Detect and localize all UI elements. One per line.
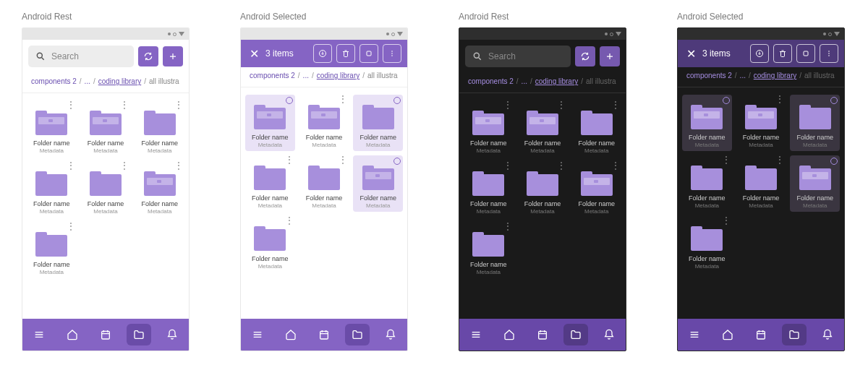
selection-indicator-icon[interactable] — [286, 97, 293, 104]
breadcrumb-item[interactable]: components 2 — [31, 77, 77, 85]
folder-tile[interactable]: ⋮ Folder name Metadata — [27, 100, 77, 157]
breadcrumb-item[interactable]: components 2 — [468, 77, 514, 85]
download-button[interactable] — [750, 44, 769, 63]
folder-tile[interactable]: Folder nameMetadata — [682, 95, 732, 151]
folder-tile[interactable]: ⋮ Folder name Metadata — [27, 222, 77, 278]
sync-button[interactable] — [138, 46, 158, 66]
add-button[interactable] — [163, 46, 183, 66]
breadcrumb-item[interactable]: coding library — [754, 72, 796, 80]
more-vert-icon[interactable]: ⋮ — [775, 157, 783, 163]
nav-calendar[interactable] — [93, 324, 118, 345]
add-button[interactable] — [600, 46, 620, 66]
more-vert-icon[interactable]: ⋮ — [722, 218, 729, 223]
more-vert-icon[interactable]: ⋮ — [503, 102, 511, 108]
folder-tile[interactable]: ⋮Folder nameMetadata — [518, 161, 568, 218]
breadcrumb-item[interactable]: coding library — [535, 77, 578, 85]
selection-indicator-icon[interactable] — [830, 97, 838, 104]
more-vert-icon[interactable]: ⋮ — [722, 157, 729, 163]
nav-files[interactable] — [127, 324, 151, 345]
nav-menu[interactable] — [27, 324, 51, 345]
nav-calendar[interactable] — [530, 324, 555, 345]
breadcrumb-item[interactable]: components 2 — [686, 72, 732, 80]
more-vert-icon[interactable]: ⋮ — [174, 163, 182, 168]
nav-calendar[interactable] — [749, 324, 773, 345]
breadcrumb-overflow[interactable]: ... — [85, 77, 90, 85]
more-vert-icon[interactable]: ⋮ — [557, 163, 564, 168]
folder-tile[interactable]: ⋮Folder nameMetadata — [518, 100, 568, 157]
nav-home[interactable] — [715, 324, 740, 345]
folder-tile[interactable]: ⋮ Folder name Metadata — [299, 95, 349, 151]
search-field[interactable] — [28, 46, 134, 67]
selection-indicator-icon[interactable] — [723, 97, 730, 104]
folder-tile[interactable]: Folder name Metadata — [353, 155, 403, 212]
folder-tile[interactable]: ⋮ Folder name Metadata — [27, 161, 77, 218]
download-button[interactable] — [313, 44, 332, 63]
more-vert-icon[interactable]: ⋮ — [120, 102, 127, 108]
stop-button[interactable] — [359, 44, 378, 63]
nav-notifications[interactable] — [378, 324, 403, 345]
more-vert-icon[interactable]: ⋮ — [339, 96, 346, 102]
folder-tile[interactable]: ⋮Folder nameMetadata — [464, 161, 514, 218]
search-input[interactable] — [51, 51, 127, 61]
search-input[interactable] — [488, 51, 563, 61]
nav-notifications[interactable] — [815, 324, 840, 345]
breadcrumb-overflow[interactable]: ... — [740, 72, 746, 80]
delete-button[interactable] — [336, 44, 355, 63]
nav-menu[interactable] — [464, 324, 488, 345]
nav-home[interactable] — [497, 324, 522, 345]
more-vert-icon[interactable]: ⋮ — [285, 157, 292, 163]
folder-tile[interactable]: ⋮ Folder name Metadata — [245, 155, 295, 212]
more-button[interactable] — [820, 44, 838, 63]
folder-tile[interactable]: ⋮Folder nameMetadata — [736, 155, 786, 212]
more-vert-icon[interactable]: ⋮ — [339, 157, 346, 163]
search-field[interactable] — [465, 46, 571, 67]
close-selection-button[interactable]: ✕ — [684, 47, 698, 61]
more-vert-icon[interactable]: ⋮ — [611, 163, 618, 168]
nav-notifications[interactable] — [597, 324, 621, 345]
more-vert-icon[interactable]: ⋮ — [611, 102, 618, 108]
folder-tile[interactable]: ⋮Folder nameMetadata — [736, 95, 786, 151]
selection-indicator-icon[interactable] — [393, 158, 401, 165]
more-vert-icon[interactable]: ⋮ — [120, 163, 127, 168]
more-vert-icon[interactable]: ⋮ — [557, 102, 564, 108]
folder-tile[interactable]: Folder nameMetadata — [790, 155, 840, 212]
nav-calendar[interactable] — [312, 324, 336, 345]
nav-home[interactable] — [60, 324, 85, 345]
folder-tile[interactable]: ⋮Folder nameMetadata — [464, 100, 514, 157]
more-vert-icon[interactable]: ⋮ — [503, 223, 511, 229]
more-vert-icon[interactable]: ⋮ — [67, 223, 74, 229]
more-vert-icon[interactable]: ⋮ — [503, 163, 511, 168]
breadcrumb-overflow[interactable]: ... — [522, 77, 527, 85]
folder-tile[interactable]: ⋮ Folder name Metadata — [245, 216, 295, 272]
nav-menu[interactable] — [245, 324, 270, 345]
more-vert-icon[interactable]: ⋮ — [174, 102, 182, 108]
nav-notifications[interactable] — [160, 324, 184, 345]
breadcrumb-item[interactable]: coding library — [317, 72, 359, 80]
nav-home[interactable] — [278, 324, 303, 345]
delete-button[interactable] — [773, 44, 792, 63]
folder-tile[interactable]: ⋮Folder nameMetadata — [571, 161, 621, 218]
more-button[interactable] — [383, 44, 401, 63]
folder-tile[interactable]: ⋮Folder nameMetadata — [464, 222, 514, 278]
breadcrumb-item[interactable]: coding library — [98, 77, 141, 85]
nav-menu[interactable] — [682, 324, 707, 345]
close-selection-button[interactable]: ✕ — [247, 47, 261, 61]
folder-tile[interactable]: ⋮Folder nameMetadata — [682, 155, 732, 212]
folder-tile[interactable]: ⋮Folder nameMetadata — [571, 100, 621, 157]
selection-indicator-icon[interactable] — [830, 158, 838, 165]
folder-tile[interactable]: Folder name Metadata — [353, 95, 403, 151]
folder-tile[interactable]: ⋮ Folder name Metadata — [135, 161, 184, 218]
sync-button[interactable] — [575, 46, 595, 66]
more-vert-icon[interactable]: ⋮ — [285, 218, 292, 223]
stop-button[interactable] — [796, 44, 815, 63]
folder-tile[interactable]: ⋮ Folder name Metadata — [135, 100, 184, 157]
folder-tile[interactable]: ⋮ Folder name Metadata — [81, 100, 131, 157]
breadcrumb-overflow[interactable]: ... — [303, 72, 309, 80]
folder-tile[interactable]: Folder nameMetadata — [790, 95, 840, 151]
folder-tile[interactable]: ⋮ Folder name Metadata — [299, 155, 349, 212]
folder-tile[interactable]: ⋮ Folder name Metadata — [81, 161, 131, 218]
breadcrumb-item[interactable]: components 2 — [250, 72, 295, 80]
folder-tile[interactable]: Folder name Metadata — [245, 95, 295, 151]
more-vert-icon[interactable]: ⋮ — [775, 96, 783, 102]
nav-files[interactable] — [345, 324, 370, 345]
